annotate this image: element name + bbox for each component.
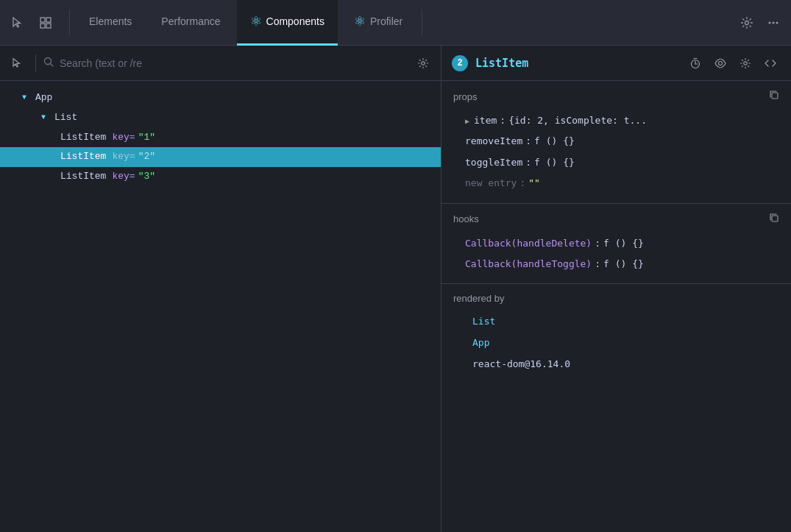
tree-item-list[interactable]: ▼ List xyxy=(0,108,441,128)
prop-toggleitem-row: toggleItem : f () {} xyxy=(453,152,779,173)
tab-sep-1 xyxy=(69,10,70,36)
hook-colon-2: : xyxy=(595,256,600,273)
tree-component-listitem3: ListItem xyxy=(60,169,106,185)
tab-elements-label: Elements xyxy=(89,15,132,27)
code-icon[interactable] xyxy=(760,53,781,74)
tree-prop-val-1: "1" xyxy=(138,130,155,146)
tab-components[interactable]: ⚛ Components xyxy=(237,0,338,46)
search-input[interactable] xyxy=(60,57,407,69)
svg-point-7 xyxy=(776,21,778,24)
svg-point-16 xyxy=(744,61,747,64)
profiler-react-icon: ⚛ xyxy=(354,13,366,29)
tree-item-listitem2[interactable]: ListItem key= "2" xyxy=(0,147,441,167)
tab-components-label: Components xyxy=(266,15,324,27)
rendered-list: List xyxy=(453,311,779,333)
search-icon xyxy=(43,57,54,70)
stopwatch-icon[interactable] xyxy=(685,53,706,74)
tree-component-app: App xyxy=(35,91,52,106)
prop-removeitem-row: removeItem : f () {} xyxy=(453,131,779,152)
tree-prop-key-2: key= xyxy=(112,149,135,165)
rendered-list-link[interactable]: List xyxy=(472,316,495,327)
hook-colon-1: : xyxy=(595,235,600,252)
settings-icon[interactable] xyxy=(735,11,759,35)
tree-arrow-app: ▼ xyxy=(22,92,32,104)
svg-rect-3 xyxy=(46,24,51,28)
prop-item-row: ▶ item : {id: 2, isComplete: t... xyxy=(453,110,779,131)
right-header-icons xyxy=(685,53,781,74)
more-icon[interactable] xyxy=(762,11,785,35)
cursor-inspect-icon[interactable] xyxy=(7,53,28,74)
right-panel: 2 ListItem xyxy=(441,46,791,532)
tab-elements[interactable]: Elements xyxy=(76,0,145,46)
rendered-reactdom-text: react-dom@16.14.0 xyxy=(472,358,570,369)
tab-bar: Elements Performance ⚛ Components ⚛ Prof… xyxy=(0,0,791,46)
hook-key-1: Callback(handleDelete) xyxy=(465,235,592,252)
tree-component-list: List xyxy=(54,110,77,126)
tab-profiler[interactable]: ⚛ Profiler xyxy=(341,0,416,46)
tab-bar-icons xyxy=(6,11,57,35)
svg-point-6 xyxy=(773,21,775,24)
svg-point-15 xyxy=(719,61,723,65)
prop-item-colon: : xyxy=(500,113,506,130)
component-name-header: ListItem xyxy=(475,57,528,70)
inspect-tab-icon[interactable] xyxy=(34,11,57,35)
tab-performance[interactable]: Performance xyxy=(148,0,233,46)
svg-rect-18 xyxy=(772,216,778,221)
hook-row-2: Callback(handleToggle) : f () {} xyxy=(453,254,779,274)
tree-prop-key-1: key= xyxy=(112,130,135,146)
prop-newentry-val: "" xyxy=(528,174,540,191)
prop-toggleitem-val: f () {} xyxy=(534,154,575,171)
cursor-tab-icon[interactable] xyxy=(6,11,29,35)
props-section-header: props xyxy=(453,90,779,103)
props-section-title: props xyxy=(453,91,478,102)
rendered-reactdom: react-dom@16.14.0 xyxy=(453,354,779,375)
tree-prop-val-3: "3" xyxy=(138,169,155,185)
tab-profiler-label: Profiler xyxy=(370,15,402,27)
toolbar xyxy=(0,46,441,81)
component-badge: 2 xyxy=(452,55,468,71)
rendered-by-header: rendered by xyxy=(453,293,779,304)
component-tree: ▼ App ▼ List ListItem key= "1" ListItem … xyxy=(0,81,441,532)
prop-newentry-row: new entry : "" xyxy=(453,173,779,194)
tab-bar-right xyxy=(735,11,785,35)
right-header: 2 ListItem xyxy=(441,46,791,81)
hook-val-1: f () {} xyxy=(603,235,644,252)
prop-newentry-colon: : xyxy=(519,175,525,192)
tree-arrow-list: ▼ xyxy=(41,112,52,124)
prop-item-key: item xyxy=(474,112,497,129)
props-copy-icon[interactable] xyxy=(769,90,779,103)
rendered-app-link[interactable]: App xyxy=(472,337,489,348)
svg-rect-17 xyxy=(772,93,778,99)
svg-line-9 xyxy=(51,63,54,66)
rendered-by-title: rendered by xyxy=(453,293,504,304)
prop-removeitem-colon: : xyxy=(525,133,531,150)
prop-item-arrow: ▶ xyxy=(465,116,469,129)
rendered-by-section: rendered by List App react-dom@16.14.0 xyxy=(441,284,791,383)
tree-item-listitem1[interactable]: ListItem key= "1" xyxy=(0,128,441,148)
rendered-app: App xyxy=(453,333,779,354)
toolbar-sep xyxy=(35,54,36,72)
hook-row-1: Callback(handleDelete) : f () {} xyxy=(453,233,779,254)
svg-rect-2 xyxy=(40,24,45,28)
gear-details-icon[interactable] xyxy=(735,53,756,74)
svg-point-10 xyxy=(422,61,425,64)
hooks-copy-icon[interactable] xyxy=(769,213,779,226)
tab-performance-label: Performance xyxy=(161,15,220,27)
hooks-section-header: hooks xyxy=(453,213,779,226)
prop-toggleitem-colon: : xyxy=(525,155,531,171)
toolbar-gear-icon[interactable] xyxy=(413,53,433,74)
components-react-icon: ⚛ xyxy=(250,13,262,29)
left-panel: ▼ App ▼ List ListItem key= "1" ListItem … xyxy=(0,46,441,532)
tree-item-listitem3[interactable]: ListItem key= "3" xyxy=(0,167,441,187)
prop-item-val: {id: 2, isComplete: t... xyxy=(508,112,647,129)
hooks-section-title: hooks xyxy=(453,213,479,224)
eye-icon[interactable] xyxy=(710,53,731,74)
tree-item-app[interactable]: ▼ App xyxy=(0,88,441,108)
tree-prop-val-2: "2" xyxy=(138,149,155,165)
hooks-section: hooks Callback(handleDelete) : f () {} C… xyxy=(441,204,791,285)
svg-rect-0 xyxy=(40,18,45,22)
tree-component-listitem1: ListItem xyxy=(60,130,106,146)
svg-point-5 xyxy=(769,21,771,24)
tree-component-listitem2: ListItem xyxy=(60,149,106,165)
prop-removeitem-val: f () {} xyxy=(534,132,575,149)
